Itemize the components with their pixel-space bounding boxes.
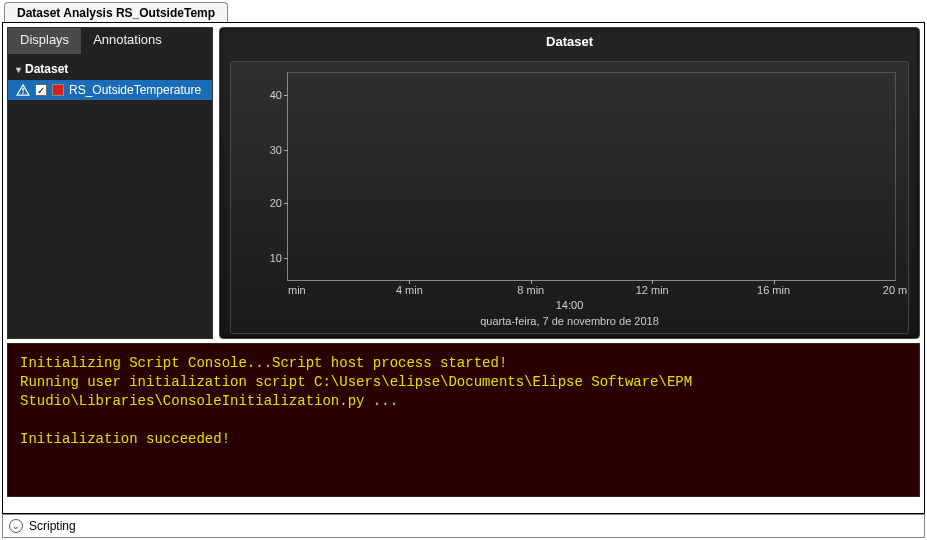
console-line: Initialization succeeded! <box>20 431 230 447</box>
x-tick-label: 12 min <box>636 280 669 296</box>
x-tick-label: 20 m <box>883 280 907 296</box>
x-tick-label: 16 min <box>757 280 790 296</box>
tab-annotations[interactable]: Annotations <box>81 28 174 54</box>
y-tick-mark <box>284 258 288 259</box>
main-panel: Displays Annotations ▾ Dataset <box>2 22 925 514</box>
tab-displays-label: Displays <box>20 32 69 47</box>
tree-root[interactable]: ▾ Dataset <box>8 58 212 80</box>
y-tick-mark <box>284 150 288 151</box>
sidebar: Displays Annotations ▾ Dataset <box>7 27 213 339</box>
chevron-down-icon[interactable]: ⌄ <box>9 519 23 533</box>
tab-annotations-label: Annotations <box>93 32 162 47</box>
tree-root-label: Dataset <box>25 62 68 76</box>
top-area: Displays Annotations ▾ Dataset <box>3 23 924 343</box>
tab-displays[interactable]: Displays <box>8 28 81 54</box>
tree-item-rs-outsidetemperature[interactable]: ✓ RS_OutsideTemperature <box>8 80 212 100</box>
x-tick-label: 4 min <box>396 280 423 296</box>
visibility-checkbox[interactable]: ✓ <box>35 84 47 96</box>
y-tick-mark <box>284 95 288 96</box>
x-axis-time-label: 14:00 <box>231 299 908 311</box>
plot-area[interactable]: 40 30 20 10 min 4 min 8 min <box>287 72 896 281</box>
app-window: Dataset Analysis RS_OutsideTemp Displays… <box>0 0 927 540</box>
document-tab-strip: Dataset Analysis RS_OutsideTemp <box>0 0 927 22</box>
svg-rect-2 <box>22 92 23 93</box>
chart-panel: Dataset 40 30 20 10 min <box>219 27 920 339</box>
document-tab[interactable]: Dataset Analysis RS_OutsideTemp <box>4 2 228 22</box>
script-console[interactable]: Initializing Script Console...Script hos… <box>7 343 920 497</box>
series-color-swatch[interactable] <box>52 84 64 96</box>
footer-bar: ⌄ Scripting <box>2 514 925 538</box>
sidebar-tabs: Displays Annotations <box>8 28 212 54</box>
chart-body[interactable]: 40 30 20 10 min 4 min 8 min <box>230 61 909 334</box>
dataset-tree: ▾ Dataset ✓ RS_OutsideTemperature <box>8 54 212 338</box>
document-tab-label: Dataset Analysis RS_OutsideTemp <box>17 6 215 20</box>
warning-icon <box>16 84 30 96</box>
collapse-arrow-icon: ▾ <box>16 64 21 75</box>
svg-rect-1 <box>22 88 23 91</box>
y-tick-mark <box>284 203 288 204</box>
chart-title: Dataset <box>220 28 919 55</box>
console-line: Running user initialization script C:\Us… <box>20 374 701 409</box>
console-line: Initializing Script Console...Script hos… <box>20 355 507 371</box>
x-tick-label: 8 min <box>517 280 544 296</box>
footer-label[interactable]: Scripting <box>29 519 76 533</box>
x-tick-label: min <box>288 280 306 296</box>
tree-item-label: RS_OutsideTemperature <box>69 83 201 97</box>
x-axis-date-label: quarta-feira, 7 de novembro de 2018 <box>231 315 908 327</box>
